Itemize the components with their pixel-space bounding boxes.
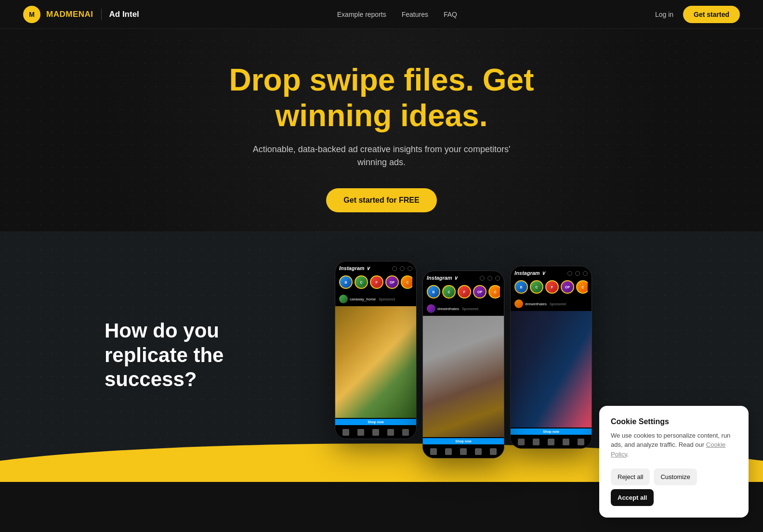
story-avatar-r3: F xyxy=(545,280,559,294)
phone-center-food-image xyxy=(423,316,504,437)
ig-icons-right xyxy=(567,271,588,276)
search-icon-r xyxy=(533,439,539,445)
nav-links: Example reports Features FAQ xyxy=(337,11,457,18)
phone-right-food-image xyxy=(511,311,592,428)
logo-icon: M xyxy=(23,6,40,23)
story-avatar-4: OP xyxy=(385,275,399,289)
nav-logo-group: M MADMENAI Ad Intel xyxy=(23,6,139,23)
section-heading: How do you replicate the success? xyxy=(105,319,239,391)
ig-icons-left xyxy=(392,266,412,271)
story-avatar-r2: C xyxy=(530,280,543,294)
section-text: How do you replicate the success? xyxy=(105,261,239,391)
home-icon-r xyxy=(518,439,525,445)
shop-icon-c xyxy=(475,448,482,455)
ig-icons-center xyxy=(480,276,500,281)
phone-center-shop-banner: Shop now xyxy=(423,438,504,444)
cookie-title: Cookie Settings xyxy=(611,417,737,426)
phone-left-food-image xyxy=(335,306,416,418)
instagram-logo-center: Instagram ∨ xyxy=(427,275,458,281)
profile-icon-c xyxy=(490,448,497,455)
phone-center-header: Instagram ∨ B C F OP C xyxy=(423,271,504,302)
stories-row-right: B C F OP C xyxy=(514,278,588,296)
phone-right-shop-banner: Shop now xyxy=(511,428,592,435)
story-avatar-c2: C xyxy=(442,285,456,298)
nav-link-faq[interactable]: FAQ xyxy=(444,11,457,18)
profile-icon xyxy=(402,429,409,436)
story-avatar-r1: B xyxy=(514,280,528,294)
phone-center-bottom-nav xyxy=(423,445,504,458)
instagram-logo-left: Instagram ∨ xyxy=(339,265,370,272)
hero-section: Drop swipe files. Get winning ideas. Act… xyxy=(0,0,763,232)
login-button[interactable]: Log in xyxy=(655,11,673,18)
reels-icon xyxy=(372,429,379,436)
hero-title: Drop swipe files. Get winning ideas. xyxy=(184,63,579,133)
home-icon-c xyxy=(430,448,437,455)
navbar: M MADMENAI Ad Intel Example reports Feat… xyxy=(0,0,763,29)
phone-right-feed: drewinthales Sponsored Shop now xyxy=(511,298,592,448)
home-icon xyxy=(342,429,349,436)
story-avatar-c3: F xyxy=(458,285,471,298)
hero-subtitle: Actionable, data-backed ad creative insi… xyxy=(237,143,526,169)
profile-icon-r xyxy=(578,439,584,445)
phone-center-feed: drewinthales Sponsored Shop now xyxy=(423,302,504,458)
story-avatar-5: C xyxy=(401,275,412,289)
cookie-body: We use cookies to personalize content, r… xyxy=(611,431,737,459)
customize-button[interactable]: Customize xyxy=(654,468,697,485)
nav-right: Log in Get started xyxy=(655,6,740,23)
nav-divider xyxy=(101,9,102,20)
shop-icon xyxy=(387,429,394,436)
stories-row-center: B C F OP C xyxy=(427,283,500,300)
reels-icon-r xyxy=(548,439,554,445)
phone-left-header: Instagram ∨ B C F OP C xyxy=(335,261,416,293)
phone-right: Instagram ∨ B C F OP C xyxy=(510,266,592,449)
brand-name: MADMENAI xyxy=(46,10,93,19)
accept-all-button[interactable]: Accept all xyxy=(611,489,654,506)
story-avatar-3: F xyxy=(370,275,383,289)
shop-icon-r xyxy=(563,439,569,445)
story-avatar-2: C xyxy=(355,275,368,289)
instagram-logo-right: Instagram ∨ xyxy=(514,270,545,276)
get-started-nav-button[interactable]: Get started xyxy=(683,6,740,23)
stories-row-left: B C F OP C xyxy=(339,273,412,291)
phone-center: Instagram ∨ B C F OP C xyxy=(422,271,504,458)
phone-left: Instagram ∨ B C F OP C xyxy=(335,261,417,439)
nav-link-features[interactable]: Features xyxy=(402,11,428,18)
phone-right-header: Instagram ∨ B C F OP C xyxy=(511,266,592,298)
reels-icon-c xyxy=(460,448,467,455)
reject-all-button[interactable]: Reject all xyxy=(611,468,650,485)
search-icon xyxy=(357,429,364,436)
phone-left-bottom-nav xyxy=(335,426,416,439)
story-avatar-r5: C xyxy=(576,280,588,294)
cookie-buttons: Reject all Customize Accept all xyxy=(611,468,737,506)
search-icon-c xyxy=(445,448,452,455)
phone-left-feed: caraway_home Sponsored Shop now xyxy=(335,293,416,439)
phone-left-shop-banner: Shop now xyxy=(335,419,416,425)
story-avatar-1: B xyxy=(339,275,353,289)
story-avatar-c1: B xyxy=(427,285,440,298)
story-avatar-c5: C xyxy=(488,285,500,298)
story-avatar-r4: OP xyxy=(561,280,574,294)
hero-cta-button[interactable]: Get started for FREE xyxy=(326,188,436,212)
story-avatar-c4: OP xyxy=(473,285,487,298)
phone-right-bottom-nav xyxy=(511,436,592,448)
cookie-banner: Cookie Settings We use cookies to person… xyxy=(599,406,749,518)
product-name: Ad Intel xyxy=(109,10,139,19)
nav-link-example-reports[interactable]: Example reports xyxy=(337,11,386,18)
